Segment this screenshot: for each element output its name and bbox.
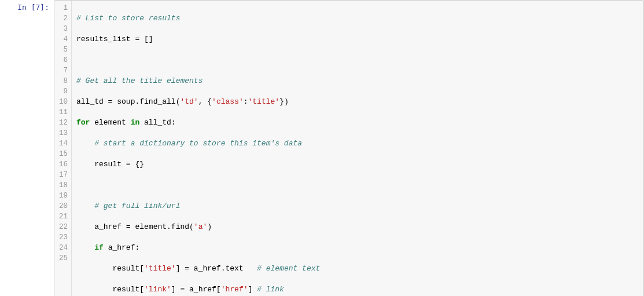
line-number: 7 — [59, 65, 68, 76]
line-number: 25 — [59, 253, 68, 264]
line-number: 22 — [59, 222, 68, 232]
line-number-gutter: 1 2 3 4 5 6 7 8 9 10 11 12 13 14 15 16 1… — [54, 1, 72, 296]
line-number: 1 — [59, 3, 68, 13]
line-number: 4 — [59, 34, 68, 45]
line-number: 11 — [59, 107, 68, 118]
line-number: 20 — [59, 201, 68, 211]
code-editor[interactable]: # List to store results results_list = [… — [72, 1, 643, 296]
line-number: 18 — [59, 180, 68, 191]
line-number: 14 — [59, 138, 68, 149]
line-number: 2 — [59, 13, 68, 24]
line-number: 12 — [59, 118, 68, 128]
line-number: 5 — [59, 45, 68, 55]
line-number: 3 — [59, 24, 68, 34]
code-input-area[interactable]: 1 2 3 4 5 6 7 8 9 10 11 12 13 14 15 16 1… — [54, 0, 644, 296]
line-number: 10 — [59, 97, 68, 107]
line-number: 13 — [59, 128, 68, 138]
line-number: 19 — [59, 191, 68, 201]
input-prompt: In [7]: — [0, 0, 54, 296]
line-number: 16 — [59, 159, 68, 170]
line-number: 21 — [59, 211, 68, 222]
line-number: 23 — [59, 232, 68, 243]
line-number: 15 — [59, 149, 68, 159]
line-number: 9 — [59, 86, 68, 97]
line-number: 6 — [59, 55, 68, 65]
input-cell: In [7]: 1 2 3 4 5 6 7 8 9 10 11 12 13 14… — [0, 0, 644, 296]
line-number: 8 — [59, 76, 68, 86]
line-number: 17 — [59, 170, 68, 180]
line-number: 24 — [59, 243, 68, 253]
